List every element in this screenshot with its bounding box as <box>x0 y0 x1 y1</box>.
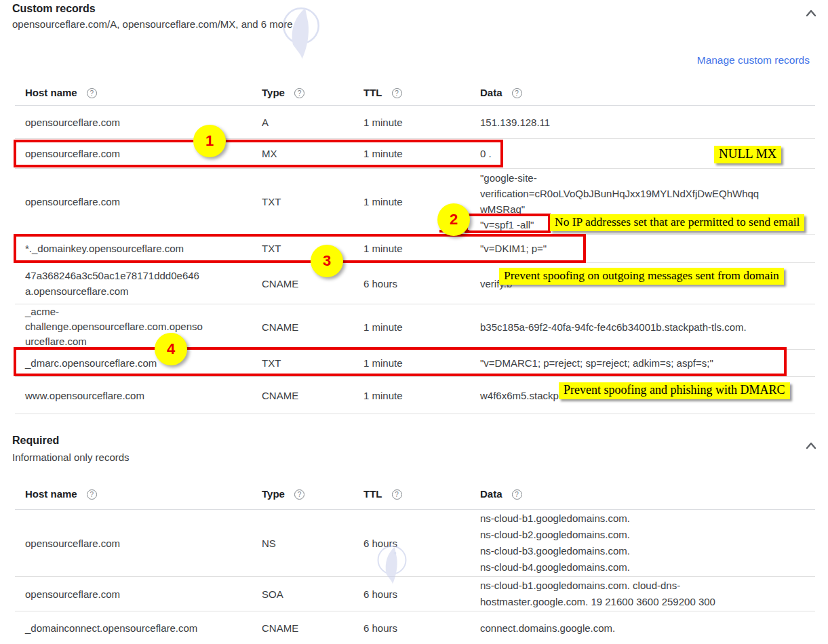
data-cell: b35c185a-69f2-40fa-94fc-fe4c6b34001b.sta… <box>480 319 815 335</box>
ttl-header: TTL? <box>363 486 480 502</box>
type-cell: CNAME <box>262 388 363 403</box>
data-cell: ns-cloud-b1.googledomains.com. cloud-dns… <box>480 578 815 610</box>
type-label: Type <box>262 488 285 500</box>
data-label: Data <box>480 87 502 98</box>
host-cell: opensourceflare.com <box>15 146 262 161</box>
record-row-dkim: *._domainkey.opensourceflare.com TXT 1 m… <box>15 235 815 263</box>
help-icon[interactable]: ? <box>87 88 97 98</box>
type-cell: CNAME <box>262 276 363 291</box>
record-row-domainconnect: _domainconnect.opensourceflare.com CNAME… <box>15 611 815 644</box>
ttl-cell: 1 minute <box>363 146 480 161</box>
type-cell: A <box>262 115 363 130</box>
custom-records-subtitle: opensourceflare.com/A, opensourceflare.c… <box>12 18 293 30</box>
data-cell: "v=DKIM1; p=" <box>480 241 815 256</box>
custom-records-title: Custom records <box>12 3 96 15</box>
help-icon[interactable]: ? <box>294 88 304 98</box>
host-cell: opensourceflare.com <box>15 115 262 130</box>
ttl-label: TTL <box>363 488 382 500</box>
ttl-cell: 6 hours <box>363 276 480 291</box>
host-name-label: Host name <box>25 87 77 98</box>
help-icon[interactable]: ? <box>392 489 402 500</box>
record-row-ns: opensourceflare.com NS 6 hours ns-cloud-… <box>15 510 815 577</box>
type-cell: NS <box>262 536 363 551</box>
annotation-marker-3: 3 <box>311 245 343 277</box>
manage-custom-records-link[interactable]: Manage custom records <box>697 54 810 66</box>
host-cell: _dmarc.opensourceflare.com <box>15 355 262 371</box>
host-cell: opensourceflare.com <box>15 194 262 209</box>
type-cell: SOA <box>262 586 363 602</box>
data-cell: connect.domains.google.com. <box>480 620 815 636</box>
required-title: Required <box>12 435 59 447</box>
type-label: Type <box>262 87 285 98</box>
host-cell: _domainconnect.opensourceflare.com <box>15 620 262 636</box>
help-icon[interactable]: ? <box>392 88 402 98</box>
annotation-label-dmarc: Prevent spoofing and phishing with DMARC <box>559 382 790 399</box>
type-cell: TXT <box>262 355 363 371</box>
host-name-label: Host name <box>25 488 77 500</box>
chevron-up-icon[interactable] <box>803 438 819 457</box>
annotation-label-null-mx: NULL MX <box>714 146 781 163</box>
required-table-header: Host name? Type? TTL? Data? <box>15 478 815 510</box>
ttl-cell: 1 minute <box>363 355 480 371</box>
annotation-label-spf: No IP addresses set that are permitted t… <box>550 214 804 231</box>
ttl-cell: 1 minute <box>363 388 480 403</box>
annotation-label-dkim: Prevent spoofing on outgoing messages se… <box>499 268 784 285</box>
txt-verification-value: "google-site- verification=cR0oLVoQbJBun… <box>480 172 759 215</box>
record-row-dmarc: _dmarc.opensourceflare.com TXT 1 minute … <box>15 350 815 377</box>
type-cell: CNAME <box>262 620 363 636</box>
ttl-cell: 6 hours <box>363 536 480 551</box>
host-cell: 47a368246a3c50ac1e78171ddd0e646 a.openso… <box>15 268 262 299</box>
chevron-up-icon[interactable] <box>803 5 819 24</box>
ttl-header: TTL? <box>363 85 480 100</box>
host-cell: *._domainkey.opensourceflare.com <box>15 241 262 256</box>
required-subtitle: Informational only records <box>12 451 130 463</box>
record-row-mx: opensourceflare.com MX 1 minute 0 . <box>15 139 815 169</box>
type-cell: TXT <box>262 194 363 209</box>
ttl-cell: 6 hours <box>363 586 480 602</box>
ttl-cell: 1 minute <box>363 241 480 256</box>
record-row-a: opensourceflare.com A 1 minute 151.139.1… <box>15 106 815 139</box>
help-icon[interactable]: ? <box>294 489 304 500</box>
annotation-marker-4: 4 <box>155 333 187 365</box>
annotation-marker-1: 1 <box>193 125 226 157</box>
annotation-marker-2: 2 <box>437 203 470 236</box>
host-name-header: Host name? <box>15 486 262 502</box>
type-header: Type? <box>262 486 363 502</box>
host-cell: www.opensourceflare.com <box>15 388 262 403</box>
watermark-logo <box>270 1 332 62</box>
ttl-cell: 6 hours <box>363 620 480 636</box>
data-header: Data? <box>480 486 815 502</box>
help-icon[interactable]: ? <box>512 88 522 98</box>
help-icon[interactable]: ? <box>512 489 522 500</box>
data-header: Data? <box>480 85 815 100</box>
host-name-header: Host name? <box>15 85 262 100</box>
type-cell: CNAME <box>262 319 363 335</box>
ttl-cell: 1 minute <box>363 319 480 335</box>
data-cell: "v=DMARC1; p=reject; sp=reject; adkim=s;… <box>480 355 815 371</box>
data-cell: ns-cloud-b1.googledomains.com. ns-cloud-… <box>480 510 815 576</box>
type-cell: MX <box>262 146 363 161</box>
data-cell: 151.139.128.11 <box>480 115 815 130</box>
host-cell: _acme- challenge.opensourceflare.com.ope… <box>15 304 262 349</box>
ttl-label: TTL <box>363 87 382 98</box>
host-cell: opensourceflare.com <box>15 586 262 602</box>
custom-table-header: Host name? Type? TTL? Data? <box>15 80 815 106</box>
data-label: Data <box>480 488 502 500</box>
ttl-cell: 1 minute <box>363 115 480 130</box>
host-cell: opensourceflare.com <box>15 536 262 551</box>
type-header: Type? <box>262 85 363 100</box>
help-icon[interactable]: ? <box>87 489 97 500</box>
record-row-acme: _acme- challenge.opensourceflare.com.ope… <box>15 304 815 350</box>
record-row-soa: opensourceflare.com SOA 6 hours ns-cloud… <box>15 577 815 611</box>
